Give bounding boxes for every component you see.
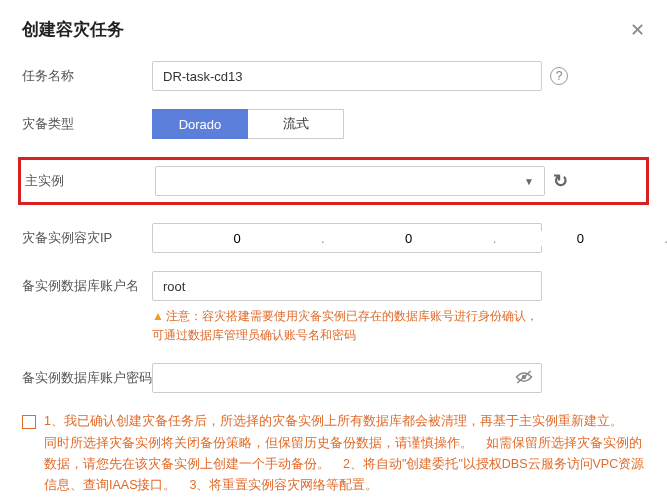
primary-instance-select[interactable]: ▼	[155, 166, 545, 196]
dr-ip-input: . . .	[152, 223, 542, 253]
label-db-pwd: 备实例数据库账户密码	[22, 369, 152, 387]
db-user-note: ▲注意：容灾搭建需要使用灾备实例已存在的数据库账号进行身份确认，可通过数据库管理…	[152, 307, 542, 345]
db-pwd-wrap	[152, 363, 542, 393]
confirm-text: 1、我已确认创建灾备任务后，所选择的灾备实例上所有数据库都会被清理，再基于主实例…	[44, 411, 645, 496]
close-icon[interactable]: ✕	[630, 19, 645, 41]
row-primary-instance: 主实例 ▼ ↻	[18, 157, 649, 205]
label-db-user: 备实例数据库账户名	[22, 271, 152, 295]
ip-seg-1[interactable]	[153, 231, 321, 246]
tab-dorado[interactable]: Dorado	[152, 109, 248, 139]
row-db-user: 备实例数据库账户名 ▲注意：容灾搭建需要使用灾备实例已存在的数据库账号进行身份确…	[22, 271, 645, 345]
dialog-header: 创建容灾任务 ✕	[22, 18, 645, 41]
refresh-icon[interactable]: ↻	[553, 170, 568, 192]
dialog-title: 创建容灾任务	[22, 18, 124, 41]
eye-off-icon[interactable]	[515, 370, 533, 387]
chevron-down-icon: ▼	[524, 176, 534, 187]
label-primary-instance: 主实例	[25, 172, 155, 190]
backup-type-tabs: Dorado 流式	[152, 109, 344, 139]
label-backup-type: 灾备类型	[22, 115, 152, 133]
tab-stream[interactable]: 流式	[248, 109, 344, 139]
row-db-pwd: 备实例数据库账户密码	[22, 363, 645, 393]
help-icon[interactable]: ?	[550, 67, 568, 85]
row-dr-ip: 灾备实例容灾IP . . .	[22, 223, 645, 253]
confirm-block: 1、我已确认创建灾备任务后，所选择的灾备实例上所有数据库都会被清理，再基于主实例…	[22, 411, 645, 496]
ip-seg-2[interactable]	[325, 231, 493, 246]
warning-icon: ▲	[152, 309, 164, 323]
row-backup-type: 灾备类型 Dorado 流式	[22, 109, 645, 139]
label-task-name: 任务名称	[22, 67, 152, 85]
confirm-checkbox[interactable]	[22, 415, 36, 429]
row-task-name: 任务名称 ?	[22, 61, 645, 91]
ip-seg-3[interactable]	[496, 231, 664, 246]
task-name-input[interactable]	[152, 61, 542, 91]
db-pwd-input[interactable]	[161, 371, 515, 386]
create-dr-task-dialog: 创建容灾任务 ✕ 任务名称 ? 灾备类型 Dorado 流式 主实例 ▼ ↻ 灾…	[0, 0, 667, 500]
db-user-input[interactable]	[152, 271, 542, 301]
label-dr-ip: 灾备实例容灾IP	[22, 229, 152, 247]
